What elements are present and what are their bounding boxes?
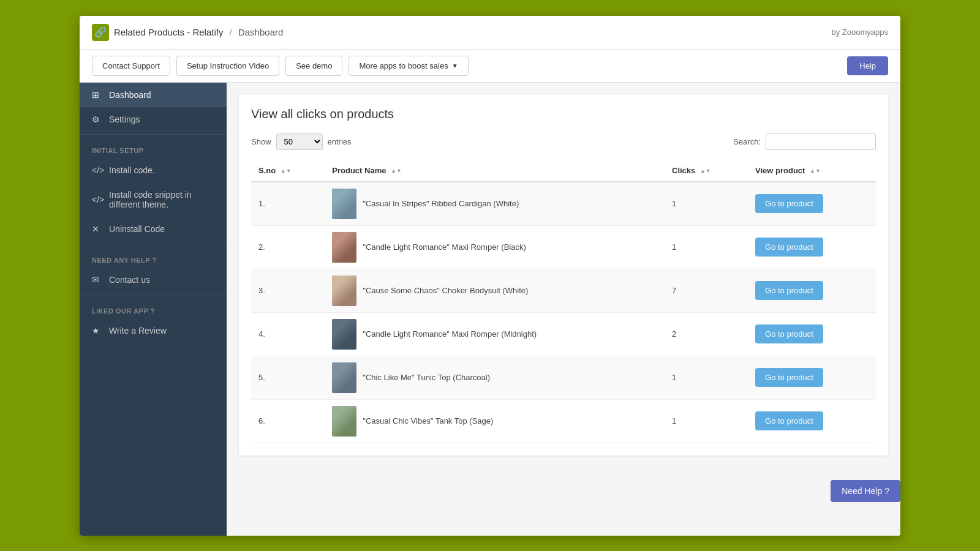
cell-sno: 3.: [251, 269, 325, 312]
install-snippet-label: Install code snippet in different theme.: [109, 190, 214, 209]
entries-select[interactable]: 10 25 50 100: [276, 133, 323, 150]
col-product-name: Product Name ▲▼: [325, 160, 665, 182]
table-row: 1. "Casual In Stripes" Ribbed Cardigan (…: [251, 182, 876, 226]
table-controls: Show 10 25 50 100 entries Search:: [251, 133, 876, 150]
search-input[interactable]: [766, 133, 876, 150]
page-title: View all clicks on products: [251, 107, 876, 121]
cell-clicks: 1: [665, 356, 748, 399]
contact-support-button[interactable]: Contact Support: [92, 56, 170, 76]
more-apps-button[interactable]: More apps to boost sales ▼: [349, 56, 468, 76]
go-to-product-button[interactable]: Go to product: [755, 281, 823, 300]
go-to-product-button[interactable]: Go to product: [755, 194, 823, 213]
initial-setup-label: INITIAL SETUP: [80, 137, 227, 158]
cell-product-name: "Cause Some Chaos" Choker Bodysuit (Whit…: [325, 269, 665, 312]
setup-video-button[interactable]: Setup Instruction Video: [176, 56, 279, 76]
header-separator: /: [230, 27, 232, 37]
code-snippet-icon: </>: [92, 195, 103, 204]
show-label: Show: [251, 137, 271, 146]
cell-product-name: "Chic Like Me" Tunic Top (Charcoal): [325, 356, 665, 399]
sidebar-item-contact-us[interactable]: ✉ Contact us: [80, 268, 227, 292]
contact-us-label: Contact us: [109, 275, 150, 285]
view-sort-icon[interactable]: ▲▼: [810, 168, 821, 174]
col-sno: S.no ▲▼: [251, 160, 325, 182]
cell-clicks: 2: [665, 312, 748, 356]
entries-label: entries: [328, 137, 352, 146]
search-box: Search:: [733, 133, 876, 150]
sidebar-item-dashboard[interactable]: ⊞ Dashboard: [80, 83, 227, 107]
cell-sno: 5.: [251, 356, 325, 399]
by-zooomyapps: by Zooomyapps: [832, 28, 889, 37]
toolbar: Contact Support Setup Instruction Video …: [80, 50, 900, 83]
go-to-product-button[interactable]: Go to product: [755, 238, 823, 257]
cell-sno: 2.: [251, 225, 325, 269]
divider-3: [80, 294, 227, 295]
cell-product-name: "Casual Chic Vibes" Tank Top (Sage): [325, 399, 665, 443]
col-view-product: View product ▲▼: [748, 160, 876, 182]
cell-clicks: 1: [665, 399, 748, 443]
divider-1: [80, 134, 227, 135]
current-page: Dashboard: [238, 27, 283, 37]
header-left: 🔗 Related Products - Relatify / Dashboar…: [92, 24, 283, 41]
table-header-row: S.no ▲▼ Product Name ▲▼ Clicks ▲▼: [251, 160, 876, 182]
write-review-label: Write a Review: [109, 326, 167, 335]
main-content: View all clicks on products Show 10 25 5…: [227, 83, 900, 536]
go-to-product-button[interactable]: Go to product: [755, 411, 823, 430]
cell-view-product: Go to product: [748, 269, 876, 312]
cell-clicks: 7: [665, 269, 748, 312]
code-icon: </>: [92, 165, 103, 175]
help-button[interactable]: Help: [847, 56, 888, 75]
cell-sno: 6.: [251, 399, 325, 443]
cell-sno: 1.: [251, 182, 325, 226]
cell-view-product: Go to product: [748, 399, 876, 443]
table-row: 4. "Candle Light Romance" Maxi Romper (M…: [251, 312, 876, 356]
sidebar-item-settings[interactable]: ⚙ Settings: [80, 107, 227, 132]
header: 🔗 Related Products - Relatify / Dashboar…: [80, 16, 900, 50]
table-row: 2. "Candle Light Romance" Maxi Romper (B…: [251, 225, 876, 269]
star-icon: ★: [92, 326, 103, 335]
see-demo-button[interactable]: See demo: [285, 56, 342, 76]
divider-2: [80, 244, 227, 244]
content-card: View all clicks on products Show 10 25 5…: [239, 95, 888, 455]
sidebar-item-write-review[interactable]: ★ Write a Review: [80, 318, 227, 343]
cell-clicks: 1: [665, 182, 748, 226]
sidebar-item-install-snippet[interactable]: </> Install code snippet in different th…: [80, 182, 227, 217]
cell-product-name: "Candle Light Romance" Maxi Romper (Midn…: [325, 312, 665, 356]
dashboard-icon: ⊞: [92, 90, 103, 100]
table-row: 6. "Casual Chic Vibes" Tank Top (Sage) 1…: [251, 399, 876, 443]
need-help-button[interactable]: Need Help ?: [831, 480, 900, 502]
cell-product-name: "Candle Light Romance" Maxi Romper (Blac…: [325, 225, 665, 269]
products-table: S.no ▲▼ Product Name ▲▼ Clicks ▲▼: [251, 160, 876, 443]
cell-clicks: 1: [665, 225, 748, 269]
uninstall-label: Uninstall Code: [109, 224, 165, 234]
cell-view-product: Go to product: [748, 225, 876, 269]
sidebar-dashboard-label: Dashboard: [109, 90, 151, 100]
sno-sort-icon[interactable]: ▲▼: [281, 168, 292, 174]
sidebar-settings-label: Settings: [109, 114, 140, 124]
install-code-label: Install code.: [109, 165, 155, 175]
show-entries: Show 10 25 50 100 entries: [251, 133, 352, 150]
go-to-product-button[interactable]: Go to product: [755, 324, 823, 343]
search-label: Search:: [733, 137, 761, 146]
name-sort-icon[interactable]: ▲▼: [391, 168, 402, 174]
dropdown-arrow-icon: ▼: [452, 62, 458, 69]
cell-view-product: Go to product: [748, 356, 876, 399]
body-layout: ⊞ Dashboard ⚙ Settings INITIAL SETUP </>…: [80, 83, 900, 536]
app-name: Related Products - Relatify: [114, 27, 223, 37]
app-logo-icon: 🔗: [92, 24, 109, 41]
go-to-product-button[interactable]: Go to product: [755, 368, 823, 387]
header-title: Related Products - Relatify / Dashboard: [114, 27, 283, 37]
liked-app-label: LIKED OUR APP ?: [80, 298, 227, 318]
sidebar-item-uninstall[interactable]: ✕ Uninstall Code: [80, 217, 227, 241]
mail-icon: ✉: [92, 275, 103, 285]
clicks-sort-icon[interactable]: ▲▼: [700, 168, 711, 174]
need-help-label: NEED ANY HELP ?: [80, 247, 227, 268]
gear-icon: ⚙: [92, 114, 103, 124]
sidebar-item-install-code[interactable]: </> Install code.: [80, 158, 227, 182]
app-window: 🔗 Related Products - Relatify / Dashboar…: [80, 16, 900, 536]
cell-product-name: "Casual In Stripes" Ribbed Cardigan (Whi…: [325, 182, 665, 226]
cell-sno: 4.: [251, 312, 325, 356]
table-row: 3. "Cause Some Chaos" Choker Bodysuit (W…: [251, 269, 876, 312]
table-row: 5. "Chic Like Me" Tunic Top (Charcoal) 1…: [251, 356, 876, 399]
sidebar: ⊞ Dashboard ⚙ Settings INITIAL SETUP </>…: [80, 83, 227, 536]
cell-view-product: Go to product: [748, 312, 876, 356]
